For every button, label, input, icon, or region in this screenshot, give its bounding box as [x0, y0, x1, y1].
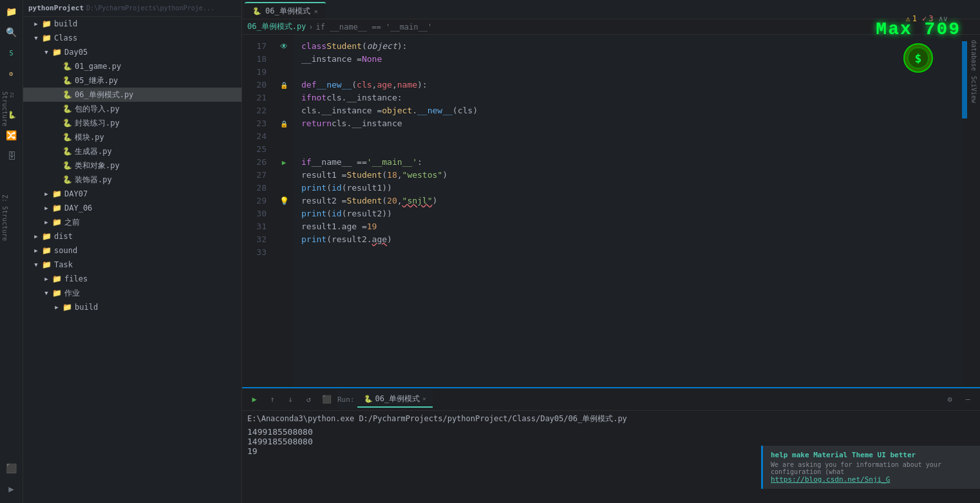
git-icon[interactable]: 🔀	[3, 126, 21, 144]
tree-label: 作业	[64, 288, 80, 299]
arrow-day07: ▶	[41, 189, 52, 199]
folder-icon: 📁	[52, 288, 62, 298]
file-explorer-icon[interactable]: 📁	[3, 3, 21, 21]
project-path-label: D:\PycharmProjects\pythonProje...	[86, 5, 214, 12]
tree-label: Task	[54, 260, 73, 269]
folder-icon: 📁	[62, 302, 72, 312]
terminal-tab-close[interactable]: ✕	[422, 395, 426, 402]
tree-label: 生成器.py	[75, 146, 112, 157]
tree-item[interactable]: ▶ 🐍 类和对象.py	[23, 158, 241, 173]
tree-label: DAY07	[64, 189, 88, 198]
tree-item[interactable]: ▶ 🐍 包的导入.py	[23, 102, 241, 116]
svg-text:$: $	[915, 52, 922, 65]
code-line-27: result1 = Student(18, "westos")	[301, 169, 962, 182]
editor-tab-active[interactable]: 🐍 06_单例模式 ✕	[245, 2, 326, 19]
folder-icon: 📁	[41, 33, 52, 43]
tree-item[interactable]: ▶ 📁 之前	[23, 215, 241, 229]
tab-close-button[interactable]: ✕	[314, 8, 318, 15]
run-gutter-26[interactable]: ▶	[282, 158, 287, 167]
tree-item[interactable]: ▼ 📁 作业	[23, 286, 241, 300]
tree-label: 之前	[64, 217, 80, 228]
terminal-command: E:\Anaconda3\python.exe D:/PycharmProjec…	[247, 413, 975, 424]
folder-icon: 📁	[41, 245, 52, 256]
tree-item[interactable]: ▶ 📁 sound	[23, 243, 241, 258]
tree-label: files	[64, 274, 88, 283]
folder-icon: 📁	[41, 231, 52, 242]
vertical-scrollbar[interactable]	[962, 35, 967, 387]
tree-item[interactable]: ▶ 🐍 05_继承.py	[23, 73, 241, 88]
folder-icon: 📁	[41, 260, 52, 270]
tree-item[interactable]: ▶ 🐍 01_game.py	[23, 59, 241, 73]
tree-item[interactable]: ▼ 📁 Day05	[23, 45, 241, 59]
tree-item[interactable]: ▶ 📁 build	[23, 17, 241, 31]
arrow-dist: ▶	[31, 231, 41, 242]
tree-item[interactable]: ▶ 🐍 模块.py	[23, 130, 241, 144]
scroll-down-button[interactable]: ↓	[283, 392, 297, 406]
tree-item[interactable]: ▶ 🐍 装饰器.py	[23, 173, 241, 187]
tree-label: 05_继承.py	[75, 75, 118, 86]
code-line-29: result2 = Student(20, "snjl")	[301, 195, 962, 207]
score-value: 709	[925, 19, 961, 39]
folder-icon: 📁	[52, 274, 62, 284]
py-file-icon: 🐍	[62, 90, 72, 100]
database-icon[interactable]: 🗄	[3, 147, 21, 165]
build-icon[interactable]: ⚙	[3, 64, 21, 82]
database-label: database	[970, 40, 977, 71]
search-icon[interactable]: 🔍	[3, 23, 21, 41]
py-file-icon: 🐍	[62, 61, 72, 71]
help-link[interactable]: https://blog.csdn.net/Snji_G	[771, 475, 890, 484]
code-editor: 17 18 19 20 21 22 23 24 25 26 27 28 29 3…	[242, 35, 980, 387]
terminal-icon[interactable]: ⬛	[3, 459, 21, 477]
stop-button[interactable]: ⬛	[319, 392, 334, 406]
tree-item[interactable]: ▶ 📁 dist	[23, 229, 241, 243]
eye-gutter-20: 👁	[280, 42, 288, 51]
tree-item[interactable]: ▼ 📁 Task	[23, 258, 241, 272]
folder-icon: 📁	[52, 47, 62, 57]
folder-icon: 📁	[52, 203, 62, 213]
scroll-up-button[interactable]: ↑	[265, 392, 279, 406]
terminal-output-line-1: 1499185508080	[247, 427, 975, 437]
rerun-button[interactable]: ↺	[301, 392, 316, 406]
structure-icon[interactable]: S	[3, 44, 21, 62]
arrow-class: ▼	[31, 33, 41, 43]
help-notification: help make Material Theme UI better We ar…	[761, 446, 980, 489]
minimize-terminal-button[interactable]: —	[961, 392, 975, 406]
run-play-button[interactable]: ▶	[247, 392, 261, 406]
tree-item[interactable]: ▶ 📁 files	[23, 272, 241, 286]
tree-item[interactable]: ▼ 📁 Class	[23, 31, 241, 45]
code-line-20: def __new__(cls, age, name):	[301, 79, 962, 91]
breadcrumb-sep: ›	[308, 23, 313, 32]
tab-label: 06_单例模式	[265, 6, 310, 17]
tree-item[interactable]: ▶ 🐍 06_单例模式.py	[23, 88, 241, 102]
structure-side-label: Structure	[0, 90, 10, 128]
gutter: 👁 🔒 🔒 ▶ 💡	[274, 35, 294, 387]
tree-item[interactable]: ▶ 🐍 生成器.py	[23, 144, 241, 158]
tree-label: sound	[54, 246, 77, 255]
settings-terminal-button[interactable]: ⚙	[943, 392, 957, 406]
file-tree-panel: pythonProject D:\PycharmProjects\pythonP…	[23, 0, 242, 503]
code-line-28: print(id(result1))	[301, 182, 962, 195]
arrow-task: ▼	[31, 260, 41, 270]
code-editor-content[interactable]: class Student(object): __instance = None…	[294, 35, 967, 387]
code-line-22: cls.__instance = object.__new__(cls)	[301, 104, 962, 117]
tree-item[interactable]: ▶ 🐍 封装练习.py	[23, 116, 241, 130]
arrow-day06: ▶	[41, 203, 52, 213]
breadcrumb-bar: 06_单例模式.py › if __name__ == '__main__'	[242, 19, 980, 35]
tree-item[interactable]: ▶ 📁 DAY07	[23, 187, 241, 201]
project-root-label[interactable]: pythonProject	[28, 4, 84, 12]
tree-label: Class	[54, 33, 77, 43]
code-line-30: print(id(result2))	[301, 207, 962, 220]
lock-gutter-20: 🔒	[280, 82, 288, 89]
run-icon-side[interactable]: ▶	[3, 480, 21, 498]
tree-item[interactable]: ▶ 📁 DAY_06	[23, 201, 241, 215]
score-display: Max 709	[876, 19, 961, 39]
tree-label: 装饰器.py	[75, 175, 112, 185]
tree-label: dist	[54, 232, 73, 241]
tree-label: DAY_06	[64, 204, 92, 213]
tree-label: 类和对象.py	[75, 160, 120, 171]
terminal-tab-active[interactable]: 🐍 06_单例模式 ✕	[357, 391, 433, 408]
tree-item[interactable]: ▶ 📁 build	[23, 300, 241, 314]
score-overlay: Max 709 $	[876, 19, 961, 79]
bottom-tabs: Run: 🐍 06_单例模式 ✕	[337, 390, 433, 409]
py-file-icon: 🐍	[62, 132, 72, 142]
